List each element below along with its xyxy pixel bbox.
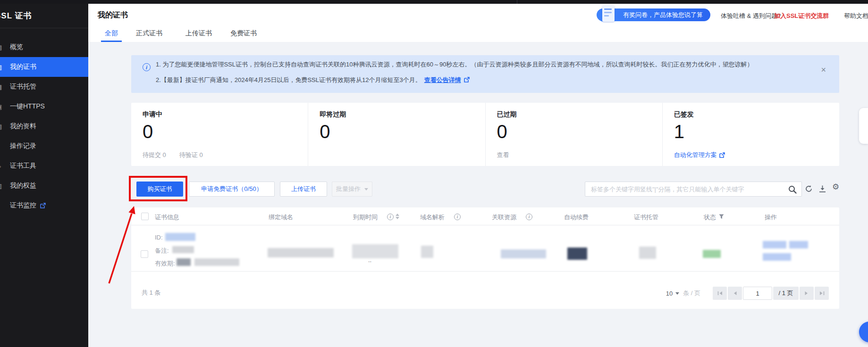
my-certs-icon: ▥ (0, 64, 4, 71)
help-doc-link[interactable]: 帮助文档 (844, 12, 868, 20)
sidebar-item-cert-monitor[interactable]: ◔ 证书监控 (0, 196, 88, 215)
operation-records-icon: ≡ (0, 143, 4, 150)
close-icon[interactable]: × (821, 66, 826, 74)
prev-page-icon (733, 291, 737, 296)
info-icon[interactable]: i (387, 214, 394, 220)
upload-cert-button[interactable]: 上传证书 (280, 182, 327, 197)
gear-icon[interactable]: ⚙ (832, 183, 839, 191)
search-icon[interactable] (788, 185, 797, 196)
sidebar-item-one-click-https[interactable]: ▣ 一键HTTPS (0, 97, 88, 116)
prev-page-button[interactable] (728, 287, 742, 300)
tab-uploaded-certs[interactable]: 上传证书 (185, 29, 212, 38)
announcement-link[interactable]: 查看公告详情 (424, 76, 461, 83)
overview-icon: ▤ (0, 44, 4, 51)
row-remark-label: 备注: (155, 247, 169, 255)
sidebar-item-my-certs[interactable]: ▥ 我的证书 (0, 57, 88, 77)
top-strip (0, 0, 868, 4)
stat-pending: 申请中 0 待提交 0 待验证 0 (131, 103, 308, 166)
redacted-resources (501, 249, 546, 258)
stat-label: 申请中 (143, 110, 308, 119)
page-size-select[interactable]: 10 (666, 290, 679, 297)
info-icon[interactable]: i (526, 214, 532, 220)
sidebar-item-cert-hosting[interactable]: ▦ 证书托管 (0, 77, 88, 97)
tab-all[interactable]: 全部 (105, 29, 118, 38)
sidebar-item-my-profile[interactable]: ▤ 我的资料 (0, 116, 88, 136)
join-group-link[interactable]: 加入SSL证书交流群 (774, 12, 829, 20)
sidebar-item-label: 一键HTTPS (10, 102, 45, 111)
stat-issued: 已签发 1 自动化管理方案 (662, 103, 839, 166)
stat-view-link[interactable]: 查看 (497, 151, 509, 159)
page-total: / 1 页 (773, 287, 799, 300)
sidebar-item-label: 我的权益 (10, 182, 36, 190)
stat-label: 已签发 (674, 110, 839, 119)
first-page-button[interactable] (713, 287, 727, 300)
chevron-down-icon (675, 292, 679, 295)
sidebar-item-operation-records[interactable]: ≡ 操作记录 (0, 136, 88, 156)
filter-icon[interactable] (719, 214, 724, 219)
stat-value: 0 (497, 121, 662, 142)
feedback-text: 体验吐槽 & 遇到问题? (721, 12, 781, 20)
stat-value: 1 (674, 121, 839, 142)
redacted-validity (177, 258, 191, 266)
header-bar: 我的证书 有奖问卷，产品体验您说了算 体验吐槽 & 遇到问题? 加入SSL证书交… (88, 4, 868, 26)
refresh-icon[interactable] (805, 185, 813, 193)
col-dns-resolve: 域名解析 (420, 213, 445, 222)
automation-plan-link[interactable]: 自动化管理方案 (674, 151, 725, 159)
redacted-action-link[interactable] (763, 253, 791, 261)
buy-cert-button[interactable]: 购买证书 (136, 182, 183, 197)
cert-table-card: 证书信息 绑定域名 到期时间 i 域名解析 i 关联资源 i 自动续费 证书托管… (131, 207, 839, 309)
redacted-validity (194, 258, 239, 266)
cert-monitor-icon: ◔ (0, 202, 4, 209)
stat-label: 即将过期 (320, 110, 485, 119)
my-benefits-icon: ▥ (0, 182, 4, 190)
col-status: 状态 (704, 213, 716, 222)
sidebar-item-overview[interactable]: ▤ 概览 (0, 37, 88, 57)
sidebar-item-label: 我的证书 (10, 63, 36, 71)
sidebar-item-my-benefits[interactable]: ▥ 我的权益 (0, 176, 88, 196)
cert-hosting-icon: ▦ (0, 83, 4, 91)
redacted-dns (421, 246, 433, 258)
banner-line2-text: 2.【最新】接证书厂商通知，2024年4月25日以后，免费SSL证书有效期将从1… (156, 76, 421, 83)
search-box (585, 182, 802, 197)
col-expire-time: 到期时间 (353, 213, 378, 222)
last-page-icon (819, 291, 825, 296)
page-number-input[interactable] (743, 287, 772, 300)
feedback-side-tab[interactable] (859, 108, 868, 144)
one-click-https-icon: ▣ (0, 103, 4, 110)
download-icon[interactable] (818, 185, 826, 193)
next-page-button[interactable] (800, 287, 814, 300)
stat-expired: 已过期 0 查看 (485, 103, 662, 166)
sidebar-item-cert-tools[interactable]: ◈ 证书工具 (0, 156, 88, 176)
first-page-icon (717, 291, 723, 296)
sidebar-item-label: 概览 (10, 43, 23, 51)
apply-free-cert-button[interactable]: 申请免费证书（0/50） (189, 182, 275, 197)
redacted-action-link[interactable] (763, 241, 786, 248)
search-input[interactable] (585, 182, 801, 196)
page-size-unit: 条 / 页 (683, 289, 700, 297)
stat-extra-to-submit: 待提交 0 (143, 151, 166, 159)
redacted-action-link[interactable] (789, 241, 808, 248)
survey-button-label: 有奖问卷，产品体验您说了算 (623, 11, 703, 19)
tab-free-certs[interactable]: 免费证书 (230, 29, 257, 38)
help-float-button[interactable] (859, 322, 868, 342)
sidebar-nav: ▤ 概览 ▥ 我的证书 ▦ 证书托管 ▣ 一键HTTPS ▤ 我的资料 ≡ 操作… (0, 28, 88, 215)
banner-line1: 1. 为了您能更便捷地管理SSL证书，控制台已支持自动查询证书关联的10种腾讯云… (156, 60, 753, 69)
row-checkbox[interactable] (141, 250, 148, 258)
sidebar-item-label: 证书托管 (10, 83, 36, 91)
stat-value: 0 (320, 121, 485, 142)
external-link-icon (40, 203, 46, 208)
next-page-icon (805, 291, 809, 296)
batch-actions-button[interactable]: 批量操作 (332, 182, 372, 197)
last-page-button[interactable] (815, 287, 829, 300)
select-all-checkbox[interactable] (141, 213, 149, 220)
external-link-icon (719, 152, 725, 158)
sidebar-item-label: 我的资料 (10, 122, 36, 131)
col-linked-resources: 关联资源 (492, 213, 516, 222)
expire-hint: .. (368, 256, 371, 264)
sidebar-item-label: 操作记录 (10, 142, 36, 150)
sort-icon[interactable] (396, 214, 399, 219)
tab-paid-certs[interactable]: 正式证书 (136, 29, 162, 38)
tabs-bar: 全部 正式证书 上传证书 免费证书 (88, 26, 868, 42)
info-icon[interactable]: i (454, 214, 461, 220)
stat-value: 0 (143, 121, 308, 142)
